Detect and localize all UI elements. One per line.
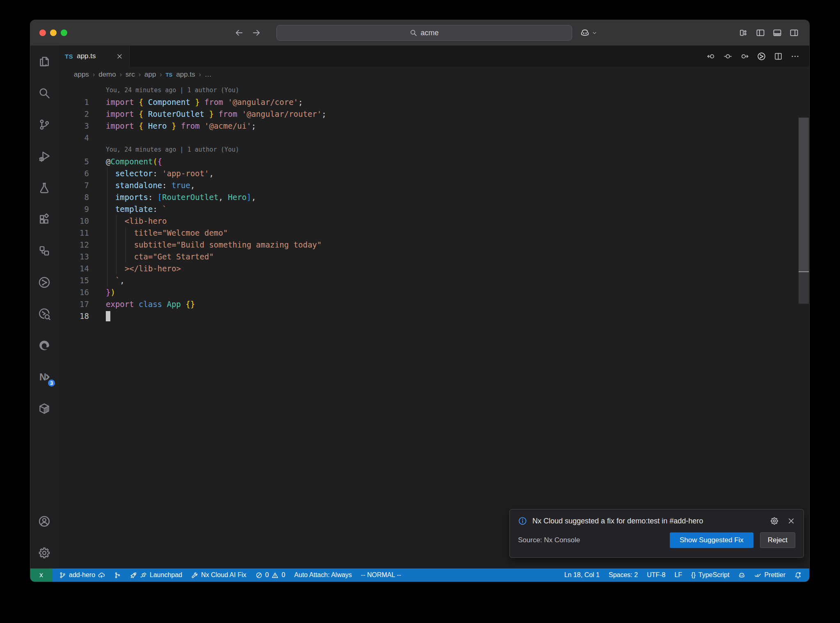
status-item-notifications[interactable] xyxy=(790,568,806,582)
code-line-15[interactable]: 15 `, xyxy=(58,275,809,286)
breadcrumb-item-src[interactable]: src xyxy=(126,70,135,79)
status-item-vim-mode[interactable]: -- NORMAL -- xyxy=(356,568,406,582)
activity-item-nx[interactable]: N3 xyxy=(30,361,58,393)
scrollbar-thumb[interactable] xyxy=(799,118,809,271)
back-arrow-icon[interactable] xyxy=(235,28,244,37)
breadcrumb-item-app[interactable]: app xyxy=(144,70,156,79)
code-line-18[interactable]: 18 xyxy=(58,310,809,322)
customize-layout-icon[interactable] xyxy=(739,28,748,37)
edge-tools-icon xyxy=(38,339,50,352)
status-text: UTF-8 xyxy=(647,571,665,579)
status-item-language-mode[interactable]: {}TypeScript xyxy=(687,568,734,582)
minimize-window-button[interactable] xyxy=(50,30,57,36)
tab-app-ts[interactable]: TS app.ts xyxy=(58,45,130,67)
activity-item-extensions[interactable] xyxy=(30,203,58,235)
notification-close-icon[interactable] xyxy=(787,517,795,525)
line-number: 18 xyxy=(58,310,89,322)
status-item-launchpad[interactable]: Launchpad xyxy=(126,568,187,582)
status-item-formatter[interactable]: Prettier xyxy=(750,568,790,582)
code-line-8[interactable]: 8 imports: [RouterOutlet, Hero], xyxy=(58,191,809,203)
status-item-remote[interactable] xyxy=(30,568,52,582)
status-item-commit-graph[interactable] xyxy=(110,568,126,582)
status-item-nx-cloud-ai-fix[interactable]: Nx Cloud AI Fix xyxy=(187,568,251,582)
activity-item-accounts[interactable] xyxy=(30,505,58,537)
activity-item-nx-console[interactable] xyxy=(30,266,58,298)
activity-item-project-graph-search[interactable] xyxy=(30,298,58,330)
toggle-primary-sidebar-icon[interactable] xyxy=(756,28,765,37)
vscode-window: acme N3 TS app.ts apps›demo›src›app›TSap… xyxy=(30,20,810,582)
code-line-7[interactable]: 7 standalone: true, xyxy=(58,180,809,191)
activity-item-edge-tools[interactable] xyxy=(30,330,58,361)
status-item-problems[interactable]: 00 xyxy=(251,568,290,582)
activity-item-testing[interactable] xyxy=(30,172,58,203)
breadcrumb-item-demo[interactable]: demo xyxy=(98,70,116,79)
line-content xyxy=(89,132,106,144)
breadcrumb-item-apps[interactable]: apps xyxy=(74,70,89,79)
line-number: 12 xyxy=(58,239,89,251)
status-item-branch[interactable]: add-hero xyxy=(55,568,110,582)
copilot-menu[interactable] xyxy=(580,20,597,45)
activity-item-source-control[interactable] xyxy=(30,109,58,140)
indent-guide xyxy=(107,168,107,286)
code-editor[interactable]: You, 24 minutes ago | 1 author (You)1imp… xyxy=(58,82,809,568)
code-line-2[interactable]: 2import { RouterOutlet } from '@angular/… xyxy=(58,108,809,120)
blame-annotation: You, 24 minutes ago | 1 author (You) xyxy=(58,144,809,156)
code-line-9[interactable]: 9 template: ` xyxy=(58,203,809,215)
code-line-16[interactable]: 16}) xyxy=(58,286,809,298)
status-item-auto-attach[interactable]: Auto Attach: Always xyxy=(290,568,356,582)
code-line-17[interactable]: 17export class App {} xyxy=(58,298,809,310)
close-window-button[interactable] xyxy=(39,30,46,36)
code-line-13[interactable]: 13 cta="Get Started" xyxy=(58,251,809,263)
code-line-1[interactable]: 1import { Component } from '@angular/cor… xyxy=(58,96,809,108)
breadcrumb-overflow[interactable]: … xyxy=(205,70,212,79)
code-line-4[interactable]: 4 xyxy=(58,132,809,144)
source-control-icon xyxy=(38,118,50,131)
code-line-6[interactable]: 6 selector: 'app-root', xyxy=(58,168,809,180)
line-number: 3 xyxy=(58,120,89,132)
activity-item-search[interactable] xyxy=(30,77,58,109)
code-line-3[interactable]: 3import { Hero } from '@acme/ui'; xyxy=(58,120,809,132)
status-item-copilot[interactable] xyxy=(734,568,750,582)
forward-arrow-icon[interactable] xyxy=(252,28,261,37)
breadcrumb-item-file[interactable]: app.ts xyxy=(176,70,195,79)
code-line-5[interactable]: 5@Component({ xyxy=(58,156,809,168)
status-item-end-of-line[interactable]: LF xyxy=(670,568,687,582)
line-number: 17 xyxy=(58,298,89,310)
check-double-icon xyxy=(754,572,761,579)
activity-item-explorer[interactable] xyxy=(30,45,58,77)
command-center-search[interactable]: acme xyxy=(276,25,572,41)
nx-run-target-icon[interactable] xyxy=(757,52,766,61)
activity-item-containers[interactable] xyxy=(30,393,58,424)
activity-item-settings[interactable] xyxy=(30,537,58,568)
zoom-window-button[interactable] xyxy=(61,30,67,36)
editor-scrollbar[interactable] xyxy=(799,82,809,568)
show-suggested-fix-button[interactable]: Show Suggested Fix xyxy=(670,532,753,548)
indent-guide xyxy=(116,215,116,275)
more-actions-icon[interactable] xyxy=(791,52,799,61)
code-line-10[interactable]: 10 <lib-hero xyxy=(58,215,809,227)
code-line-14[interactable]: 14 ></lib-hero> xyxy=(58,263,809,275)
status-item-indentation[interactable]: Spaces: 2 xyxy=(604,568,642,582)
line-number: 14 xyxy=(58,263,89,275)
status-item-cursor-position[interactable]: Ln 18, Col 1 xyxy=(560,568,604,582)
reject-button[interactable]: Reject xyxy=(760,532,795,548)
activity-item-run-debug[interactable] xyxy=(30,140,58,172)
split-editor-icon[interactable] xyxy=(774,52,783,61)
line-number: 11 xyxy=(58,227,89,239)
next-change-icon[interactable] xyxy=(740,52,749,61)
run-debug-icon xyxy=(38,150,50,162)
code-line-11[interactable]: 11 title="Welcmoe demo" xyxy=(58,227,809,239)
status-bar-right: Ln 18, Col 1Spaces: 2UTF-8LF{}TypeScript… xyxy=(560,568,809,582)
toggle-panel-icon[interactable] xyxy=(773,28,782,37)
activity-item-project-structure[interactable] xyxy=(30,235,58,266)
notification-message: Nx Cloud suggested a fix for demo:test i… xyxy=(532,517,765,525)
open-changes-icon[interactable] xyxy=(724,52,732,61)
previous-change-icon[interactable] xyxy=(707,52,715,61)
status-item-encoding[interactable]: UTF-8 xyxy=(642,568,670,582)
code-line-12[interactable]: 12 subtitle="Build something amazing tod… xyxy=(58,239,809,251)
typescript-file-icon: TS xyxy=(65,53,73,60)
notification-settings-gear-icon[interactable] xyxy=(770,517,778,525)
close-tab-icon[interactable] xyxy=(116,53,123,60)
toggle-secondary-sidebar-icon[interactable] xyxy=(790,28,799,37)
copilot-icon xyxy=(738,572,745,579)
